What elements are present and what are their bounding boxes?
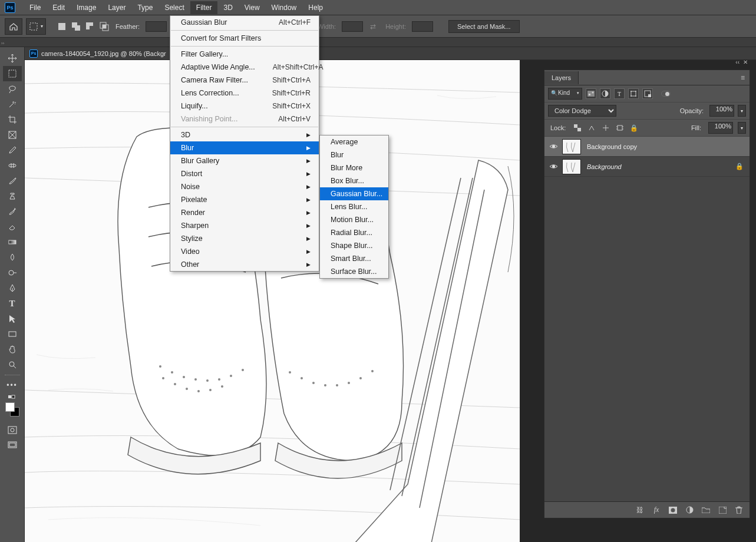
blur-item-shape-blur-[interactable]: Shape Blur... xyxy=(320,239,388,252)
history-brush-tool[interactable] xyxy=(3,204,22,219)
filter-type-icon[interactable]: T xyxy=(614,88,625,99)
blur-item-average[interactable]: Average xyxy=(320,136,388,148)
panel-collapse-button[interactable]: ‹‹ xyxy=(735,59,740,70)
healing-brush-tool[interactable] xyxy=(3,158,22,173)
quick-mask-mode[interactable] xyxy=(3,422,22,438)
fill-input[interactable]: 100% xyxy=(708,122,733,134)
subtract-selection-icon[interactable] xyxy=(85,21,95,32)
filter-item-lens-correction-[interactable]: Lens Correction...Shift+Ctrl+R xyxy=(170,87,319,100)
pen-tool[interactable] xyxy=(3,280,22,296)
type-tool[interactable]: T xyxy=(3,296,22,311)
filter-item-pixelate[interactable]: Pixelate▶ xyxy=(170,193,319,206)
lock-artboard-icon[interactable] xyxy=(615,123,625,133)
filter-smartobject-icon[interactable] xyxy=(642,88,653,99)
blur-item-radial-blur-[interactable]: Radial Blur... xyxy=(320,226,388,239)
blur-item-surface-blur-[interactable]: Surface Blur... xyxy=(320,265,388,278)
foreground-color[interactable] xyxy=(5,402,15,412)
blur-item-lens-blur-[interactable]: Lens Blur... xyxy=(320,200,388,213)
lock-position-icon[interactable] xyxy=(601,123,610,133)
link-layers-icon[interactable]: ⛓ xyxy=(635,505,645,515)
layer-mask-icon[interactable] xyxy=(668,505,678,515)
filter-item-filter-gallery-[interactable]: Filter Gallery... xyxy=(170,48,319,61)
rectangle-tool[interactable] xyxy=(3,326,22,342)
swap-colors-icon[interactable] xyxy=(3,393,22,400)
blend-mode-select[interactable]: Color Dodge xyxy=(548,105,616,117)
filter-item-stylize[interactable]: Stylize▶ xyxy=(170,232,319,245)
filter-item-distort[interactable]: Distort▶ xyxy=(170,167,319,180)
menu-3d[interactable]: 3D xyxy=(217,1,238,14)
blur-item-blur[interactable]: Blur xyxy=(320,148,388,161)
filter-adjustment-icon[interactable] xyxy=(600,88,610,99)
layer-visibility-icon[interactable] xyxy=(544,143,562,150)
filter-item-adaptive-wide-angle-[interactable]: Adaptive Wide Angle...Alt+Shift+Ctrl+A xyxy=(170,61,319,74)
layers-tab[interactable]: Layers xyxy=(544,71,579,84)
filter-item-noise[interactable]: Noise▶ xyxy=(170,180,319,193)
lock-all-icon[interactable]: 🔒 xyxy=(629,123,639,133)
layer-row[interactable]: Background copy xyxy=(544,137,750,157)
layer-style-icon[interactable]: fx xyxy=(652,505,661,515)
filter-toggle-switch[interactable] xyxy=(661,91,671,97)
layer-thumbnail[interactable] xyxy=(562,159,581,174)
dodge-tool[interactable] xyxy=(3,265,22,280)
frame-tool[interactable] xyxy=(3,127,22,143)
adjustment-layer-icon[interactable] xyxy=(685,505,694,515)
blur-item-box-blur-[interactable]: Box Blur... xyxy=(320,174,388,187)
height-input[interactable] xyxy=(412,21,433,32)
menu-view[interactable]: View xyxy=(239,1,266,14)
marquee-selector[interactable]: ▾ xyxy=(26,18,46,35)
layer-visibility-icon[interactable] xyxy=(544,163,562,170)
lock-image-icon[interactable] xyxy=(587,123,596,133)
blur-item-motion-blur-[interactable]: Motion Blur... xyxy=(320,213,388,226)
document-tab-title[interactable]: camera-1840054_1920.jpg @ 80% (Backgr xyxy=(41,50,166,57)
menu-image[interactable]: Image xyxy=(71,1,102,14)
delete-layer-icon[interactable] xyxy=(734,505,744,515)
group-layers-icon[interactable] xyxy=(701,505,711,515)
eyedropper-tool[interactable] xyxy=(3,143,22,158)
filter-item-camera-raw-filter-[interactable]: Camera Raw Filter...Shift+Ctrl+A xyxy=(170,74,319,87)
clone-stamp-tool[interactable] xyxy=(3,189,22,204)
color-swatch[interactable] xyxy=(5,402,19,417)
menu-layer[interactable]: Layer xyxy=(102,1,131,14)
filter-item-sharpen[interactable]: Sharpen▶ xyxy=(170,219,319,232)
new-selection-icon[interactable] xyxy=(57,21,67,32)
filter-item-render[interactable]: Render▶ xyxy=(170,206,319,219)
filter-item-blur[interactable]: Blur▶ xyxy=(170,141,319,154)
menu-edit[interactable]: Edit xyxy=(47,1,71,14)
lasso-tool[interactable] xyxy=(3,81,22,97)
filter-kind-select[interactable]: 🔍 Kind ▾ xyxy=(548,88,582,100)
fill-dropdown-icon[interactable]: ▾ xyxy=(738,122,746,134)
move-tool[interactable] xyxy=(3,51,22,66)
screen-mode[interactable] xyxy=(3,438,22,453)
edit-toolbar[interactable]: ••• xyxy=(3,378,22,393)
filter-item-3d[interactable]: 3D▶ xyxy=(170,128,319,141)
feather-input[interactable] xyxy=(146,21,167,32)
brush-tool[interactable] xyxy=(3,173,22,189)
filter-item-convert-for-smart-filters[interactable]: Convert for Smart Filters xyxy=(170,32,319,45)
marquee-tool[interactable] xyxy=(3,66,22,81)
panel-menu-icon[interactable]: ≡ xyxy=(736,74,750,82)
layer-row[interactable]: Background🔒 xyxy=(544,157,750,177)
filter-item-blur-gallery[interactable]: Blur Gallery▶ xyxy=(170,154,319,167)
blur-tool[interactable] xyxy=(3,250,22,265)
layer-lock-icon[interactable]: 🔒 xyxy=(735,163,744,170)
gradient-tool[interactable] xyxy=(3,234,22,250)
filter-item-liquify-[interactable]: Liquify...Shift+Ctrl+X xyxy=(170,100,319,113)
menu-select[interactable]: Select xyxy=(159,1,190,14)
zoom-tool[interactable] xyxy=(3,357,22,372)
width-input[interactable] xyxy=(342,21,363,32)
magic-wand-tool[interactable] xyxy=(3,97,22,112)
filter-pixel-icon[interactable] xyxy=(586,88,596,99)
blur-item-smart-blur-[interactable]: Smart Blur... xyxy=(320,252,388,265)
crop-tool[interactable] xyxy=(3,112,22,127)
new-layer-icon[interactable] xyxy=(718,505,727,515)
menu-help[interactable]: Help xyxy=(302,1,329,14)
opacity-dropdown-icon[interactable]: ▾ xyxy=(738,105,746,117)
hand-tool[interactable] xyxy=(3,342,22,357)
panel-close-button[interactable]: ✕ xyxy=(743,59,748,70)
path-selection-tool[interactable] xyxy=(3,311,22,326)
menu-filter[interactable]: Filter xyxy=(190,1,218,14)
lock-transparency-icon[interactable] xyxy=(573,123,582,133)
menu-file[interactable]: File xyxy=(24,1,47,14)
swap-icon[interactable]: ⇄ xyxy=(370,22,376,31)
intersect-selection-icon[interactable] xyxy=(99,21,110,32)
